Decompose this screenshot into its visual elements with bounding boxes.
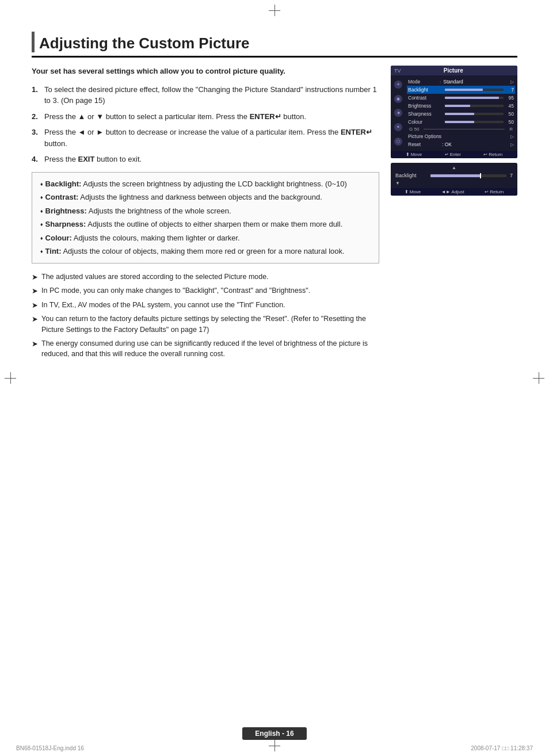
tv-backlight-label: Backlight [395,173,427,178]
tv-icon-3: ◈ [394,109,402,117]
note-1: ➤ The adjusted values are stored accordi… [32,272,379,283]
tv-g50-label: G 50 [409,127,419,132]
tv-bl-nav-adjust: ◄► Adjust [441,189,464,194]
bullet-brightness-text: Brightness: Adjusts the brightness of th… [45,205,231,217]
tv-row-brightness-label: Brightness [408,103,443,109]
tv-row-contrast: Contrast 95 [407,94,515,102]
tv-reset-val: : OK [442,142,452,147]
tv-icon-2: ◉ [394,95,402,103]
note-4-text: You can return to the factory defaults p… [41,314,379,335]
page-footer: English - 16 [0,727,549,740]
step-4-text: Press the EXIT button to exit. [44,154,142,165]
bullet-backlight: ♦ Backlight: Adjusts the screen brightne… [40,178,371,190]
tv-nav-return-label: Return [489,152,502,157]
tv-bl-nav-return-label: Return [490,189,504,194]
note-arrow-2: ➤ [32,285,38,297]
tv-row-backlight-label: Backlight [408,87,443,93]
tv-bl-nav-move: ⬆ Move [405,189,421,194]
tv-panel-title: Picture [401,67,506,74]
bullet-diamond-1: ♦ [40,181,43,190]
tv-icons-col: ☀ ◉ ◈ ✦ ⬡ [393,78,403,148]
tv-bar-colour-fill [445,121,474,123]
bullet-colour-text: Colour: Adjusts the colours, making them… [45,232,240,244]
tv-bl-nav-move-icon: ⬆ [405,189,409,194]
tv-reset-label: Reset [408,142,440,147]
tv-row-colour-val: 50 [506,119,514,125]
tv-bar-sharpness-fill [445,113,474,115]
tv-r-label: R [509,127,513,132]
bullet-diamond-4: ♦ [40,221,43,230]
tv-bar-contrast [445,97,504,99]
tv-backlight-bar-wrap [430,174,506,177]
bullet-tint: ♦ Tint: Adjusts the colour of objects, m… [40,246,371,257]
tv-nav-move: ⬆ Move [406,152,422,157]
tv-mode-val: Standard [443,79,463,85]
bullet-diamond-3: ♦ [40,208,43,217]
tv-bar-sharpness [445,113,504,115]
note-2: ➤ In PC mode, you can only make changes … [32,285,379,297]
tv-row-backlight: Backlight 7 [407,86,515,94]
tv-backlight-down-arrow: ▼ [395,181,513,186]
title-bar [32,32,35,52]
step-1: 1. To select the desired picture effect,… [32,84,379,106]
tv-bar-contrast-fill [445,97,499,99]
tv-g50-row: G 50 R [407,126,515,132]
bottom-meta: BN68-01518J-Eng.indd 16 2008-07-17 □□ 11… [16,745,533,751]
footer-label: English - 16 [242,727,306,740]
tv-backlight-nav-bar: ⬆ Move ◄► Adjust ↩ Return [391,188,517,196]
tv-row-contrast-label: Contrast [408,95,443,101]
right-column: TV Picture ☀ ◉ ◈ ✦ ⬡ [391,66,517,368]
tv-bl-nav-adjust-icon: ◄► [441,189,451,194]
step-2: 2. Press the ▲ or ▼ button to select a p… [32,111,379,123]
bullet-sharpness: ♦ Sharpness: Adjusts the outline of obje… [40,219,371,230]
bottom-left-text: BN68-01518J-Eng.indd 16 [16,745,84,751]
step-3-text: Press the ◄ or ► button to decrease or i… [44,127,379,149]
main-layout: Your set has several settings which allo… [32,66,517,368]
tv-backlight-marker [480,173,481,178]
tv-options-arrow: ▷ [510,134,514,139]
note-3-text: In TV, Ext., AV modes of the PAL system,… [41,300,285,311]
tv-backlight-val: 7 [510,173,513,178]
tv-bar-backlight-fill [445,89,483,91]
tv-nav-move-label: Move [411,152,422,157]
tv-row-sharpness-label: Sharpness [408,111,443,117]
tv-mode-arrow: ▷ [510,79,514,85]
tv-bar-backlight [445,89,504,91]
tv-options-row: Picture Options ▷ [407,132,515,140]
tv-bar-brightness-fill [445,105,470,107]
tv-backlight-panel: ▲ Backlight 7 ▼ [391,163,517,196]
note-arrow-5: ➤ [32,338,38,360]
note-4: ➤ You can return to the factory defaults… [32,314,379,335]
tv-nav-enter-icon: ↵ [445,152,449,157]
tv-bl-nav-move-label: Move [410,189,421,194]
bullet-diamond-5: ♦ [40,235,43,244]
tv-icon-4: ✦ [394,123,402,131]
tv-panel-header: TV Picture [391,66,517,75]
left-column: Your set has several settings which allo… [32,66,379,368]
note-arrow-4: ➤ [32,314,38,335]
tv-nav-enter-label: Enter [450,152,461,157]
tv-row-contrast-val: 95 [506,95,514,101]
title-text: Adjusting the Custom Picture [39,35,249,52]
intro-text: Your set has several settings which allo… [32,66,379,77]
tv-bl-nav-adjust-label: Adjust [452,189,464,194]
bullet-tint-text: Tint: Adjusts the colour of objects, mak… [45,246,345,257]
steps-list: 1. To select the desired picture effect,… [32,84,379,165]
tv-tag: TV [394,68,401,74]
bottom-right-text: 2008-07-17 □□ 11:28:37 [471,745,533,751]
tv-bar-colour [445,121,504,123]
tv-nav-bar: ⬆ Move ↵ Enter ↩ Return [391,151,517,158]
step-3: 3. Press the ◄ or ► button to decrease o… [32,127,379,149]
tv-nav-move-icon: ⬆ [406,152,410,157]
tv-row-sharpness-val: 50 [506,111,514,117]
tv-rows-col: Mode : Standard ▷ Backlight 7 [407,78,515,148]
bullet-sharpness-text: Sharpness: Adjusts the outline of object… [45,219,343,230]
step-2-text: Press the ▲ or ▼ button to select a part… [44,111,306,123]
note-arrow-3: ➤ [32,300,38,311]
bullet-colour: ♦ Colour: Adjusts the colours, making th… [40,232,371,244]
tv-icon-5: ⬡ [394,138,402,146]
bullet-brightness: ♦ Brightness: Adjusts the brightness of … [40,205,371,217]
tv-nav-return-icon: ↩ [483,152,487,157]
note-5-text: The energy consumed during use can be si… [41,338,379,360]
tv-bar-brightness [445,105,504,107]
